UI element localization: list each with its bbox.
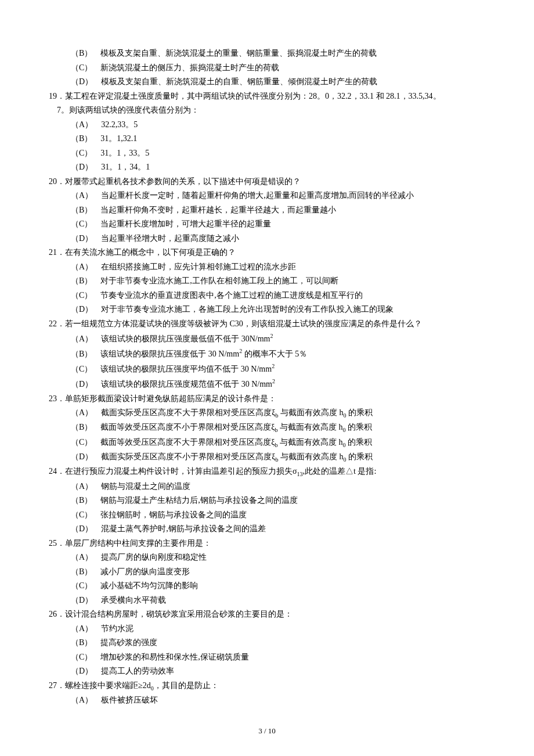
option: （C） 减小基础不均匀沉降的影响	[41, 579, 493, 593]
option: （B） 31。1,32.1	[41, 132, 493, 146]
question-stem: 25．单层厂房结构中柱间支撑的主要作用是：	[41, 537, 493, 551]
option-text: 板件被挤压破坏	[101, 696, 158, 704]
question-stem: 21．在有关流水施工的概念中，以下何项是正确的？	[41, 246, 493, 260]
question-text: 设计混合结构房屋时，砌筑砂浆宜采用混合砂浆的主要目的是：	[65, 610, 293, 618]
question-stem-continued: 7。则该两组试块的强度代表值分别为：	[41, 103, 493, 118]
option: （D） 模板及支架自重、新浇筑混凝土的自重、钢筋重量、倾倒混凝土时产生的荷载	[41, 75, 493, 89]
option-text-tail: 的乘积	[346, 452, 373, 461]
option-text-tail: 的概率不大于 5％	[242, 350, 307, 358]
option: （C） 31。1，33。5	[41, 146, 493, 161]
option: （A） 截面实际受压区高度不大于界限相对受压区高度ξb 与截面有效高度 h0 的…	[41, 406, 493, 420]
option-text: 新浇筑混凝土的侧压力、振捣混凝土时产生的荷载	[100, 63, 279, 72]
option-label: （C）	[71, 435, 100, 450]
question-text: 对履带式起重机各技术参数间的关系，以下描述中何项是错误的？	[65, 177, 301, 186]
option-text-tail: 的乘积	[346, 423, 373, 431]
option: （C） 该组试块的极限抗压强度平均值不低于 30 N/mm2	[41, 361, 493, 376]
option-label: （D）	[71, 664, 101, 679]
question-number: 25．	[49, 539, 65, 548]
option: （C） 新浇筑混凝土的侧压力、振捣混凝土时产生的荷载	[41, 61, 493, 75]
option: （B） 减小厂房的纵向温度变形	[41, 565, 493, 579]
option-text: 提高厂房的纵向刚度和稳定性	[101, 553, 207, 561]
question-number: 23．	[49, 394, 65, 403]
option-label: （D）	[71, 303, 101, 317]
option: （B） 提高砂浆的强度	[41, 636, 493, 650]
option: （D） 提高工人的劳动效率	[41, 664, 493, 679]
option-text: 模板及支架自重、新浇筑混凝土的自重、钢筋重量、倾倒混凝土时产生的荷载	[101, 77, 377, 86]
question-text-tail: ，其目的是防止：	[154, 681, 219, 690]
option-text: 混凝土蒸气养护时,钢筋与承拉设备之间的温差	[101, 524, 266, 533]
option-text-mid: 与截面有效高度 h	[278, 423, 343, 431]
option: （D） 对于非节奏专业流水施工，各施工段上允许出现暂时的没有工作队投入施工的现象	[41, 303, 493, 317]
option: （D） 当起重半径增大时，起重高度随之减小	[41, 232, 493, 246]
page-footer: 3 / 10	[41, 725, 493, 738]
option-label: （B）	[71, 132, 100, 146]
option-text: 截面实际受压区高度不小于界限相对受压区高度ξ	[101, 452, 275, 461]
option-label: （B）	[71, 203, 100, 218]
option-text: 增加砂浆的和易性和保水性,保证砌筑质量	[100, 653, 249, 661]
option-text-mid: 与截面有效高度 h	[278, 438, 343, 447]
option-text: 在组织搭接施工时，应先计算相邻施工过程的流水步距	[101, 262, 296, 271]
option-label: （A）	[71, 189, 101, 203]
option-label: （A）	[71, 622, 101, 636]
option: （B） 对于非节奏专业流水施工,工作队在相邻施工段上的施工，可以间断	[41, 274, 493, 289]
question-text: 在有关流水施工的概念中，以下何项是正确的？	[65, 248, 236, 257]
option-text: 32.2,33。5	[101, 120, 138, 129]
option: （A） 该组试块的极限抗压强度最低值不低于 30N/mm2	[41, 331, 493, 346]
question-number: 24．	[49, 467, 65, 476]
option-label: （C）	[71, 217, 100, 232]
option-text: 该组试块的极限抗压强度最低值不低于 30N/mm	[101, 334, 270, 343]
option-text: 截面等效受压区高度不大于界限相对受压区高度ξ	[100, 438, 275, 447]
option-label: （D）	[71, 593, 101, 608]
option-text: 钢筋与混凝土产生粘结力后,钢筋与承拉设备之间的温度	[100, 496, 298, 505]
option-text: 提高砂浆的强度	[100, 638, 157, 647]
option-label: （B）	[71, 494, 100, 508]
option-label: （C）	[71, 362, 100, 377]
option-text-mid: 与截面有效高度 h	[278, 408, 343, 417]
question-text-tail: ,此处的温差△t 是指:	[303, 467, 377, 476]
option: （D） 混凝土蒸气养护时,钢筋与承拉设备之间的温差	[41, 522, 493, 537]
option-label: （A）	[71, 118, 101, 132]
option-text: 该组试块的极限抗压强度低于 30 N/mm	[100, 350, 239, 358]
option-label: （B）	[71, 46, 100, 61]
option-label: （A）	[71, 693, 101, 708]
question-text: 某工程在评定混凝土强度质量时，其中两组试块的试件强度分别为：28。0，32.2，…	[65, 92, 441, 100]
option: （A） 钢筋与混凝土之间的温度	[41, 480, 493, 494]
superscript: 2	[270, 333, 273, 339]
question-number: 22．	[49, 319, 65, 328]
option-label: （B）	[71, 420, 100, 435]
option-label: （A）	[71, 406, 101, 420]
option-text-mid: 与截面有效高度 h	[278, 452, 343, 461]
option-text: 当起重杆仰角不变时，起重杆越长，起重半径越大，而起重量越小	[100, 206, 336, 214]
option-label: （B）	[71, 565, 100, 579]
option: （C） 增加砂浆的和易性和保水性,保证砌筑质量	[41, 650, 493, 665]
option-text: 模板及支架自重、新浇筑混凝土的重量、钢筋重量、振捣混凝土时产生的荷载	[100, 49, 377, 57]
question-number: 21．	[49, 248, 65, 257]
option-label: （D）	[71, 75, 101, 89]
option-text: 钢筋与混凝土之间的温度	[101, 482, 190, 491]
question-text: 单筋矩形截面梁设计时避免纵筋超筋应满足的设计条件是：	[65, 394, 276, 403]
option: （D） 承受横向水平荷载	[41, 593, 493, 608]
option-text: 当起重杆长度增加时，可增大起重半径的起重量	[100, 219, 271, 228]
question-text: 单层厂房结构中柱间支撑的主要作用是：	[65, 539, 211, 548]
option-text: 提高工人的劳动效率	[101, 667, 174, 675]
option-text: 31。1,32.1	[100, 134, 137, 143]
question-stem: 22．若一组规范立方体混凝试块的强度等级被评为 C30，则该组混凝土试块的强度应…	[41, 317, 493, 332]
option: （D） 截面实际受压区高度不小于界限相对受压区高度ξb 与截面有效高度 h0 的…	[41, 450, 493, 465]
option-text: 截面等效受压区高度不小于界限相对受压区高度ξ	[100, 423, 275, 431]
option-label: （D）	[71, 377, 101, 392]
option: （A） 当起重杆长度一定时，随着起重杆仰角的增大,起重量和起重高度增加,而回转的…	[41, 189, 493, 203]
option: （B） 当起重杆仰角不变时，起重杆越长，起重半径越大，而起重量越小	[41, 203, 493, 218]
option: （C） 张拉钢筋时，钢筋与承拉设备之间的温度	[41, 508, 493, 523]
option-label: （D）	[71, 522, 101, 537]
option-label: （A）	[71, 260, 101, 275]
option: （B） 该组试块的极限抗压强度低于 30 N/mm2 的概率不大于 5％	[41, 346, 493, 361]
question-number: 27．	[49, 681, 65, 690]
option: （B） 模板及支架自重、新浇筑混凝土的重量、钢筋重量、振捣混凝土时产生的荷载	[41, 46, 493, 61]
option: （D） 该组试块的极限抗压强度规范值不低于 30 N/mm2	[41, 376, 493, 391]
question-stem: 19．某工程在评定混凝土强度质量时，其中两组试块的试件强度分别为：28。0，32…	[41, 89, 493, 104]
option-text: 当起重半径增大时，起重高度随之减小	[101, 234, 239, 243]
option-text: 节约水泥	[101, 624, 134, 633]
question-stem: 27．螺栓连接中要求端距≥2d0，其目的是防止：	[41, 679, 493, 693]
option-text: 对于非节奏专业流水施工,工作队在相邻施工段上的施工，可以间断	[100, 276, 338, 285]
option-text: 减小基础不均匀沉降的影响	[100, 581, 198, 590]
